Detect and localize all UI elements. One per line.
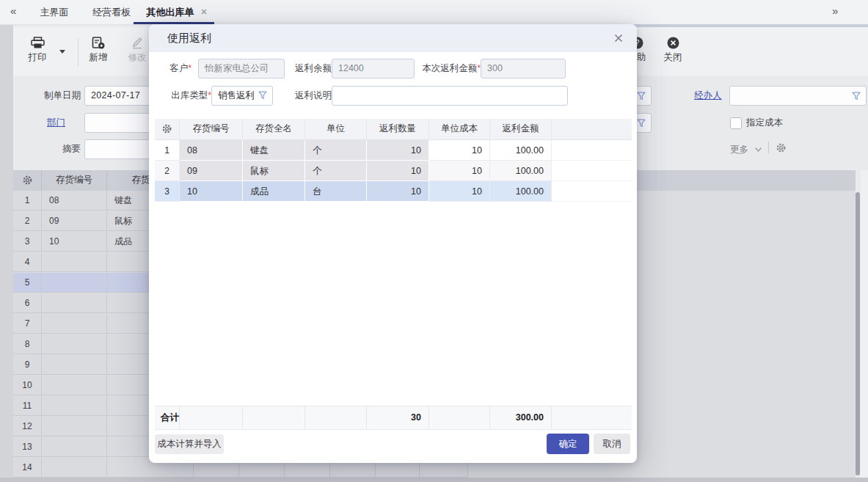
row-number-cell[interactable]: 3 [13,232,42,252]
confirm-button[interactable]: 确定 [547,434,589,454]
unit-cell[interactable]: 个 [305,161,367,181]
amount-cell[interactable]: 100.00 [490,161,552,181]
modal-table-row[interactable]: 310成品台1010100.00 [155,181,632,202]
cell[interactable] [42,396,107,416]
code-cell[interactable]: 10 [180,181,243,202]
chevron-down-icon[interactable] [754,147,762,153]
close-view-button[interactable]: 关闭 [652,37,693,64]
cancel-button[interactable]: 取消 [594,434,630,454]
qty-cell[interactable]: 10 [367,161,429,181]
row-number-cell[interactable]: 4 [13,252,42,272]
filler-cell[interactable] [552,140,632,161]
customer-label: 客户* [149,59,192,78]
cell[interactable] [42,437,107,457]
handler-input[interactable] [729,86,867,106]
tab-close-icon[interactable] [200,8,208,15]
modal-column-header[interactable]: 存货编号 [180,119,243,139]
row-number-cell[interactable]: 11 [13,396,42,416]
row-number-cell[interactable]: 10 [13,376,42,395]
name-cell[interactable]: 成品 [243,181,305,202]
tab-main[interactable]: 主界面 [28,0,81,24]
row-number-cell[interactable]: 13 [13,437,42,457]
rebate-note-input[interactable] [332,86,568,106]
cell[interactable]: 09 [42,211,107,231]
modal-column-header[interactable]: 存货全名 [243,119,305,139]
amount-cell[interactable]: 100.00 [490,140,552,161]
cell[interactable]: 08 [42,191,107,211]
tab-other-outbound[interactable]: 其他出库单 [134,0,214,24]
row-number-cell[interactable]: 5 [13,273,42,293]
department-link[interactable]: 部门 [47,113,65,133]
required-mark: * [188,63,192,73]
modal-header-filler [552,119,632,139]
unit-cell[interactable]: 个 [305,140,367,161]
cost-cell[interactable]: 10 [429,161,490,181]
row-number-cell[interactable]: 1 [155,140,180,161]
qty-cell[interactable]: 10 [367,140,429,161]
dialog-close-icon[interactable] [613,33,624,43]
more-button[interactable]: 更多 [730,144,748,156]
filler-cell[interactable] [552,181,632,202]
funnel-icon[interactable] [852,92,861,101]
cell[interactable] [42,417,107,437]
cell[interactable] [42,335,107,354]
code-cell[interactable]: 08 [180,140,243,161]
row-number-cell[interactable]: 9 [13,355,42,375]
row-number-cell[interactable]: 14 [13,458,42,478]
row-number-cell[interactable]: 12 [13,417,42,437]
background-column-header[interactable]: 存货编号 [42,170,107,190]
row-number-cell[interactable]: 7 [13,314,42,334]
background-table-gear-cell[interactable] [13,170,42,190]
modal-column-header[interactable]: 单位 [305,119,367,139]
unit-cell[interactable]: 台 [305,181,367,202]
row-number-cell[interactable]: 1 [13,191,42,211]
outbound-type-select[interactable]: 销售返利 [211,86,273,106]
row-number-cell[interactable]: 2 [13,211,42,231]
cell[interactable]: 10 [42,232,107,252]
modal-table-row[interactable]: 108键盘个1010100.00 [155,140,632,161]
row-number-cell[interactable]: 6 [13,293,42,313]
funnel-icon[interactable] [637,119,646,128]
modal-column-header[interactable]: 返利金额 [490,119,552,139]
vertical-scrollbar[interactable] [856,192,860,475]
row-number-cell[interactable]: 2 [155,161,180,181]
grid-settings-gear-icon[interactable] [776,142,787,153]
qty-cell[interactable]: 10 [367,181,429,202]
amount-cell[interactable]: 100.00 [490,181,552,202]
add-button[interactable]: 新增 [78,37,119,64]
rebate-table-body: 108键盘个1010100.00209鼠标个1010100.00310成品台10… [155,140,632,202]
cost-cell[interactable]: 10 [429,140,490,161]
cell[interactable] [42,252,107,272]
cost-import-button[interactable]: 成本计算并导入 [155,434,224,454]
gear-icon [22,175,33,186]
filler-cell[interactable] [552,161,632,181]
tab-dashboard[interactable]: 经营看板 [82,0,141,24]
modal-column-header[interactable]: 返利数量 [367,119,429,139]
specify-cost-checkbox[interactable] [730,117,742,129]
print-button[interactable]: 打印 [17,37,58,64]
expand-tabs-icon[interactable]: » [832,4,838,17]
modal-table-row[interactable]: 209鼠标个1010100.00 [155,161,632,181]
horizontal-scrollbar[interactable] [0,478,868,482]
cell[interactable] [42,355,107,375]
name-cell[interactable]: 键盘 [243,140,305,161]
cell[interactable] [42,293,107,313]
modal-table-gear-cell[interactable] [155,119,180,139]
collapse-tabs-icon[interactable]: « [10,4,16,17]
row-number-cell[interactable]: 8 [13,335,42,354]
code-cell[interactable]: 09 [180,161,243,181]
cell[interactable] [42,273,107,293]
modal-column-header[interactable]: 单位成本 [429,119,490,139]
funnel-icon[interactable] [258,91,267,100]
cell[interactable] [42,376,107,395]
handler-link[interactable]: 经办人 [694,86,722,106]
cost-cell[interactable]: 10 [429,181,490,202]
app-window: « 主界面 经营看板 其他出库单 » 打印 [0,0,868,482]
cell[interactable] [42,458,107,478]
funnel-icon[interactable] [637,92,646,101]
row-number-cell[interactable]: 3 [155,181,180,202]
name-cell[interactable]: 鼠标 [243,161,305,181]
cell[interactable] [42,314,107,334]
print-dropdown-caret[interactable] [59,50,65,54]
rebate-note-label: 返利说明 [290,86,332,106]
